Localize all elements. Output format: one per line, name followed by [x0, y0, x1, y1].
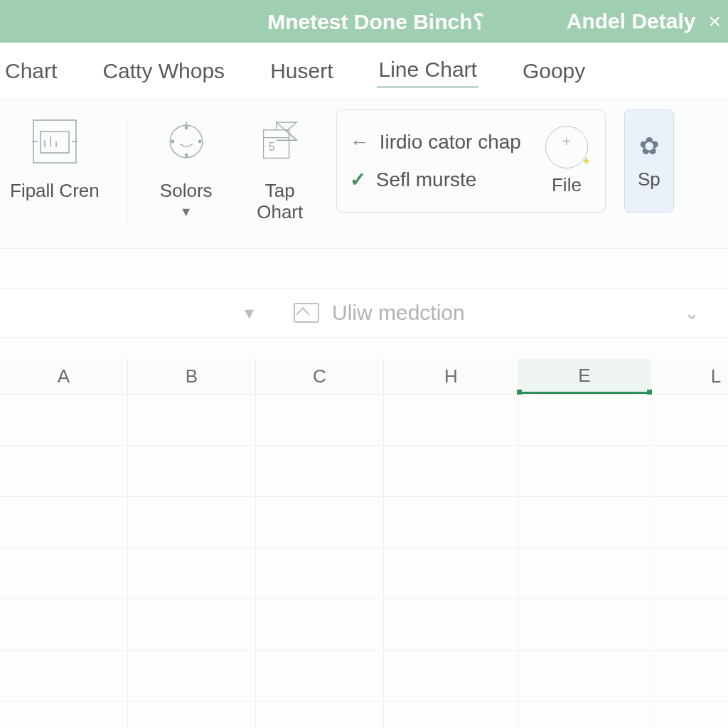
cell[interactable] — [384, 497, 519, 548]
chart-area-icon — [23, 109, 87, 173]
cell[interactable] — [256, 446, 384, 497]
column-header-b[interactable]: B — [128, 359, 256, 394]
calendar-flag-icon: 5 — [248, 109, 312, 173]
cell[interactable] — [0, 395, 128, 446]
svg-point-10 — [198, 140, 201, 143]
ribbon-tap-ohart[interactable]: 5 TapOhart — [242, 109, 318, 223]
cell[interactable] — [519, 599, 651, 651]
cell[interactable] — [128, 548, 256, 599]
cell[interactable] — [256, 497, 384, 548]
cell[interactable] — [256, 702, 384, 728]
ribbon-solors[interactable]: Solors ▼ — [149, 109, 224, 220]
cell[interactable] — [128, 651, 256, 702]
svg-text:5: 5 — [269, 140, 275, 153]
gear-badge-icon: ✿ — [639, 132, 659, 160]
formula-placeholder: Uliw medction — [332, 301, 465, 325]
cell[interactable] — [256, 599, 384, 651]
add-circle-icon: ✦ — [545, 126, 588, 168]
cell[interactable] — [0, 497, 128, 548]
close-icon[interactable]: × — [708, 11, 721, 32]
column-header-c[interactable]: C — [256, 359, 384, 394]
svg-rect-14 — [263, 130, 289, 159]
tab-husert[interactable]: Husert — [269, 55, 334, 87]
cell[interactable] — [651, 395, 728, 446]
cell[interactable] — [0, 548, 128, 599]
ribbon-file-label: File — [552, 174, 582, 196]
svg-rect-0 — [33, 120, 76, 163]
cell[interactable] — [651, 702, 728, 728]
ribbon-sp-label: Sp — [638, 168, 660, 191]
ribbon-tabs: n Chart Catty Whops Husert Line Chart Go… — [0, 43, 728, 100]
window-title: Mnetest Done Binch⸮ — [0, 9, 567, 34]
cell[interactable] — [384, 651, 519, 702]
title-right-group: Andel Detaly × — [567, 9, 728, 33]
ribbon-divider — [127, 117, 127, 227]
svg-point-12 — [171, 140, 174, 143]
cell[interactable] — [128, 497, 256, 548]
cell[interactable] — [256, 651, 384, 702]
cell[interactable] — [256, 548, 384, 599]
cell[interactable] — [519, 702, 651, 728]
column-header-h[interactable]: H — [384, 359, 519, 394]
column-header-a[interactable]: A — [0, 359, 128, 394]
cell[interactable] — [651, 446, 728, 497]
tab-catty-whops[interactable]: Catty Whops — [101, 55, 226, 87]
cell[interactable] — [384, 599, 519, 651]
column-header-row: A B C H E L — [0, 359, 728, 395]
cell[interactable] — [651, 651, 728, 702]
menu-row-iirdio[interactable]: ← Iirdio cator chap — [350, 131, 521, 154]
image-placeholder-icon — [294, 303, 319, 323]
cell[interactable] — [384, 446, 519, 497]
spreadsheet-grid[interactable] — [0, 395, 728, 728]
cell[interactable] — [128, 446, 256, 497]
menu-row2-label: Sefl murste — [376, 168, 477, 191]
cell[interactable] — [519, 395, 651, 446]
column-header-l[interactable]: L — [651, 359, 728, 394]
ribbon-menu-box: ← Iirdio cator chap ✓ Sefl murste ✦ File — [336, 109, 606, 213]
tab-goopy[interactable]: Goopy — [521, 55, 587, 87]
cell[interactable] — [0, 651, 128, 702]
cell[interactable] — [519, 651, 651, 702]
cell[interactable] — [384, 702, 519, 728]
menu-row1-label: Iirdio cator chap — [380, 131, 521, 154]
user-name-label[interactable]: Andel Detaly — [567, 9, 696, 33]
cell[interactable] — [384, 548, 519, 599]
cell[interactable] — [519, 497, 651, 548]
ribbon-fipall-cren[interactable]: Fipall Cren — [4, 109, 105, 202]
column-header-e[interactable]: E — [519, 359, 651, 394]
check-icon: ✓ — [350, 168, 366, 191]
cell[interactable] — [128, 702, 256, 728]
chevron-down-icon: ▼ — [180, 205, 193, 220]
cell[interactable] — [651, 497, 728, 548]
svg-point-8 — [170, 125, 203, 158]
menu-row-sefl[interactable]: ✓ Sefl murste — [350, 168, 521, 191]
formula-input-area[interactable]: Uliw medction ⌄ — [281, 301, 728, 325]
ribbon-sp-button[interactable]: ✿ Sp — [624, 109, 674, 213]
cell[interactable] — [519, 446, 651, 497]
cell[interactable] — [384, 395, 519, 446]
cell[interactable] — [519, 548, 651, 599]
ribbon-tap-label: TapOhart — [257, 181, 303, 223]
ribbon-spacer — [0, 249, 728, 288]
chevron-down-icon[interactable]: ⌄ — [684, 302, 700, 324]
svg-point-11 — [185, 154, 188, 157]
cell[interactable] — [0, 702, 128, 728]
svg-point-9 — [185, 127, 188, 129]
tab-line-chart[interactable]: Line Chart — [377, 53, 478, 88]
ribbon-file-button[interactable]: ✦ File — [545, 126, 588, 196]
cell[interactable] — [651, 599, 728, 651]
cell[interactable] — [651, 548, 728, 599]
title-bar: Mnetest Done Binch⸮ Andel Detaly × — [0, 0, 728, 43]
arrow-left-icon: ← — [350, 131, 370, 154]
cell[interactable] — [0, 599, 128, 651]
filter-icon[interactable]: ▾ — [245, 302, 254, 324]
cell[interactable] — [128, 395, 256, 446]
cell[interactable] — [0, 446, 128, 497]
cell[interactable] — [128, 599, 256, 651]
formula-bar: ▾ Uliw medction ⌄ — [0, 288, 728, 338]
ribbon-fipall-label: Fipall Cren — [10, 181, 100, 202]
cell[interactable] — [256, 395, 384, 446]
tab-chart[interactable]: n Chart — [0, 55, 58, 87]
ribbon: Fipall Cren Solors ▼ 5 — [0, 100, 728, 249]
name-box[interactable]: ▾ — [0, 296, 267, 330]
